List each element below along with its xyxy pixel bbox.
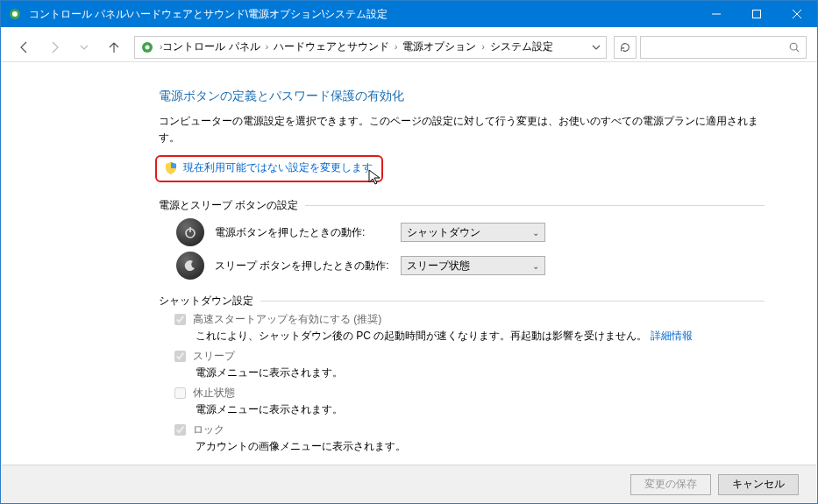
sleep-button-action-label: スリープ ボタンを押したときの動作: (215, 259, 390, 273)
change-unavailable-settings-link[interactable]: 現在利用可能ではない設定を変更します (183, 160, 373, 175)
recent-dropdown[interactable] (71, 35, 97, 60)
svg-line-9 (796, 49, 799, 52)
title-bar: コントロール パネル\ハードウェアとサウンド\電源オプション\システム設定 (1, 1, 817, 27)
toolbar: › コントロール パネル › ハードウェアとサウンド › 電源オプション › シ… (1, 27, 817, 62)
breadcrumb-item[interactable]: ハードウェアとサウンド (274, 39, 389, 54)
lock-option-description: アカウントの画像メニューに表示されます。 (196, 439, 765, 454)
shield-icon (164, 161, 178, 175)
hibernate-option-label: 休止状態 (193, 386, 235, 401)
cancel-button[interactable]: キャンセル (718, 474, 799, 495)
power-icon (176, 218, 204, 246)
refresh-button[interactable] (614, 36, 637, 59)
lock-option-label: ロック (193, 422, 224, 437)
cursor-icon (367, 168, 383, 186)
breadcrumb-item[interactable]: 電源オプション (402, 39, 476, 54)
select-value: スリープ状態 (407, 259, 470, 273)
chevron-down-icon[interactable] (592, 43, 601, 52)
search-icon (788, 41, 800, 53)
hibernate-option-description: 電源メニューに表示されます。 (196, 402, 765, 417)
breadcrumb-item[interactable]: システム設定 (490, 39, 553, 54)
minimize-button[interactable] (696, 1, 736, 27)
change-settings-callout: 現在利用可能ではない設定を変更します (155, 155, 383, 182)
sleep-option-description: 電源メニューに表示されます。 (196, 366, 765, 380)
control-panel-icon (8, 7, 22, 21)
chevron-right-icon: › (395, 42, 397, 52)
fast-startup-checkbox (174, 314, 186, 325)
svg-point-7 (146, 45, 150, 49)
save-button: 変更の保存 (630, 474, 711, 495)
svg-point-8 (790, 43, 797, 50)
chevron-down-icon: ⌄ (532, 261, 539, 271)
svg-point-1 (12, 11, 18, 17)
section-shutdown-label: シャットダウン設定 (159, 294, 253, 309)
breadcrumb-item[interactable]: コントロール パネル (162, 39, 260, 54)
svg-rect-3 (753, 11, 761, 18)
power-button-action-select[interactable]: シャットダウン ⌄ (401, 223, 545, 242)
up-button[interactable] (101, 35, 127, 60)
hibernate-checkbox (174, 387, 186, 399)
search-input[interactable] (640, 36, 807, 59)
maximize-button[interactable] (736, 1, 777, 27)
sleep-icon (176, 252, 204, 280)
page-description: コンピューターの電源設定を選択できます。このページの設定に対して行う変更は、お使… (159, 113, 765, 146)
fast-startup-label: 高速スタートアップを有効にする (推奨) (193, 312, 381, 327)
chevron-down-icon: ⌄ (532, 228, 539, 238)
select-value: シャットダウン (407, 225, 480, 240)
power-plan-icon (140, 40, 154, 54)
chevron-right-icon: › (481, 42, 484, 52)
sleep-option-label: スリープ (193, 349, 235, 364)
sleep-checkbox (174, 351, 186, 362)
fast-startup-description: これにより、シャットダウン後の PC の起動時間が速くなります。再起動は影響を受… (196, 329, 765, 344)
window-title: コントロール パネル\ハードウェアとサウンド\電源オプション\システム設定 (29, 7, 696, 22)
page-title: 電源ボタンの定義とパスワード保護の有効化 (159, 89, 765, 104)
chevron-right-icon: › (266, 42, 268, 52)
footer: 変更の保存 キャンセル (2, 465, 816, 503)
sleep-button-action-select[interactable]: スリープ状態 ⌄ (401, 256, 545, 275)
fast-startup-details-link[interactable]: 詳細情報 (651, 330, 693, 342)
section-power-sleep-label: 電源とスリープ ボタンの設定 (159, 198, 298, 213)
address-bar[interactable]: › コントロール パネル › ハードウェアとサウンド › 電源オプション › シ… (134, 36, 607, 59)
close-button[interactable] (777, 1, 817, 27)
power-button-action-label: 電源ボタンを押したときの動作: (215, 225, 390, 240)
back-button[interactable] (11, 35, 38, 60)
lock-checkbox (174, 424, 186, 436)
forward-button[interactable] (41, 35, 68, 60)
